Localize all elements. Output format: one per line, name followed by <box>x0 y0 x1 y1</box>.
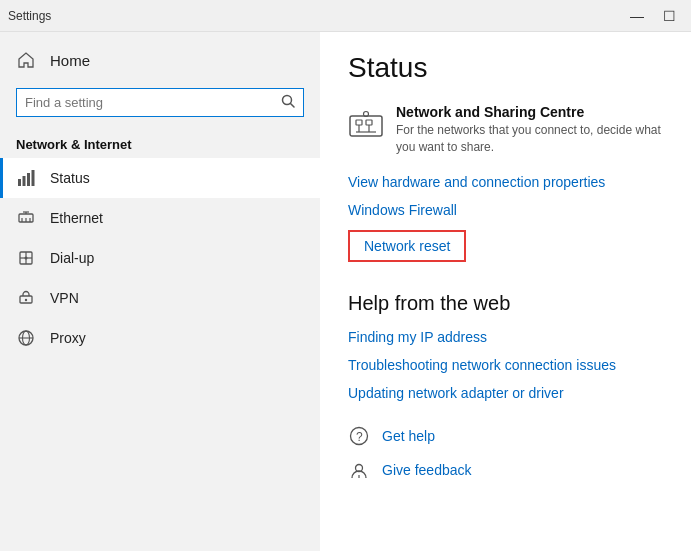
svg-rect-4 <box>27 173 30 186</box>
content-area: Status Network and Sharing Centre For th… <box>320 32 691 551</box>
dialup-icon <box>16 248 36 268</box>
search-input[interactable] <box>25 95 275 110</box>
finding-ip-link[interactable]: Finding my IP address <box>348 329 663 345</box>
proxy-icon <box>16 328 36 348</box>
sidebar-item-home[interactable]: Home <box>0 40 320 80</box>
svg-line-1 <box>291 104 295 108</box>
svg-rect-5 <box>32 170 35 186</box>
svg-rect-21 <box>350 116 382 136</box>
svg-rect-22 <box>356 120 362 125</box>
status-icon <box>16 168 36 188</box>
window-controls: — ☐ <box>623 6 683 26</box>
svg-point-17 <box>25 299 27 301</box>
search-button[interactable] <box>281 94 295 111</box>
proxy-label: Proxy <box>50 330 86 346</box>
sidebar-item-dialup[interactable]: Dial-up <box>0 238 320 278</box>
app-container: Home Network & Internet <box>0 32 691 551</box>
ethernet-label: Ethernet <box>50 210 103 226</box>
svg-rect-2 <box>18 179 21 186</box>
windows-firewall-link[interactable]: Windows Firewall <box>348 202 663 218</box>
get-help-label[interactable]: Get help <box>382 428 435 444</box>
title-bar: Settings — ☐ <box>0 0 691 32</box>
svg-rect-3 <box>23 176 26 186</box>
maximize-button[interactable]: ☐ <box>655 6 683 26</box>
give-feedback-item[interactable]: Give feedback <box>348 459 663 481</box>
sidebar-item-proxy[interactable]: Proxy <box>0 318 320 358</box>
sidebar: Home Network & Internet <box>0 32 320 551</box>
bottom-actions: ? Get help Give feedback <box>348 425 663 481</box>
svg-text:?: ? <box>356 430 363 444</box>
get-help-icon: ? <box>348 425 370 447</box>
vpn-icon <box>16 288 36 308</box>
minimize-button[interactable]: — <box>623 6 651 26</box>
home-icon <box>16 50 36 70</box>
status-label: Status <box>50 170 90 186</box>
app-title: Settings <box>8 9 51 23</box>
get-help-item[interactable]: ? Get help <box>348 425 663 447</box>
network-reset-link[interactable]: Network reset <box>364 238 450 254</box>
give-feedback-label[interactable]: Give feedback <box>382 462 472 478</box>
adapter-driver-link[interactable]: Updating network adapter or driver <box>348 385 663 401</box>
give-feedback-icon <box>348 459 370 481</box>
svg-point-15 <box>25 257 28 260</box>
page-title: Status <box>348 52 663 84</box>
troubleshoot-link[interactable]: Troubleshooting network connection issue… <box>348 357 663 373</box>
svg-rect-23 <box>366 120 372 125</box>
sidebar-item-ethernet[interactable]: Ethernet <box>0 198 320 238</box>
sidebar-item-status[interactable]: Status <box>0 158 320 198</box>
nsc-text: Network and Sharing Centre For the netwo… <box>396 104 663 156</box>
sidebar-item-vpn[interactable]: VPN <box>0 278 320 318</box>
dialup-label: Dial-up <box>50 250 94 266</box>
network-sharing-centre-block: Network and Sharing Centre For the netwo… <box>348 104 663 156</box>
network-sharing-icon <box>348 106 384 142</box>
nsc-desc: For the networks that you connect to, de… <box>396 122 663 156</box>
sidebar-section-title: Network & Internet <box>0 125 320 158</box>
ethernet-icon <box>16 208 36 228</box>
hardware-properties-link[interactable]: View hardware and connection properties <box>348 174 663 190</box>
network-reset-box: Network reset <box>348 230 466 262</box>
nsc-title: Network and Sharing Centre <box>396 104 663 120</box>
search-box <box>16 88 304 117</box>
help-section-heading: Help from the web <box>348 292 663 315</box>
home-label: Home <box>50 52 90 69</box>
vpn-label: VPN <box>50 290 79 306</box>
